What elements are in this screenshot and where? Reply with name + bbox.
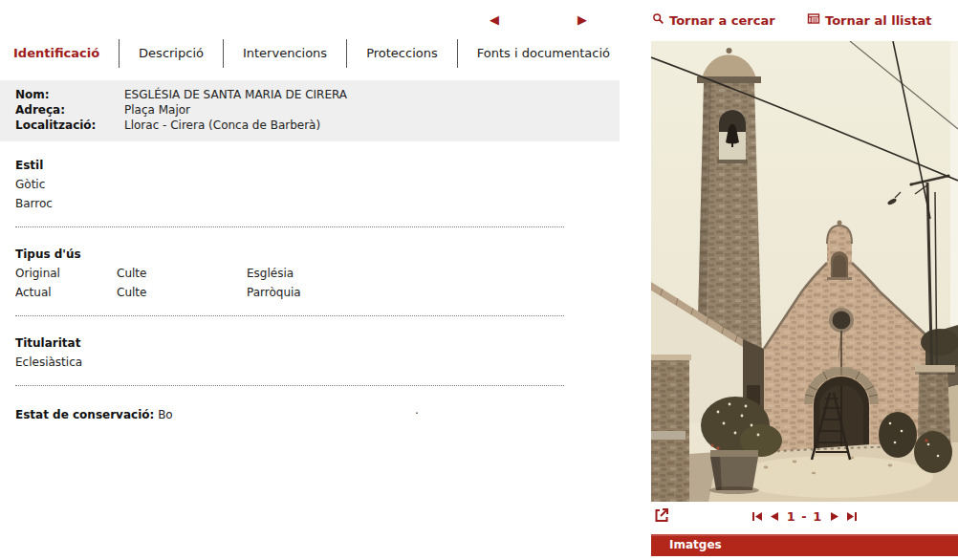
field-value: ESGLÉSIA DE SANTA MARIA DE CIRERA — [124, 87, 347, 102]
magnifier-icon — [652, 12, 664, 28]
dotted-divider — [15, 315, 564, 316]
field-value: Llorac - Cirera (Conca de Barberà) — [124, 118, 320, 133]
tipus-cell: Església — [247, 264, 294, 283]
field-label: Adreça: — [15, 102, 124, 118]
estil-item: Gòtic — [15, 175, 564, 194]
next-record-arrow-icon[interactable]: ▶ — [577, 12, 587, 27]
section-estat-conservacio: Estat de conservació: Bo · — [15, 405, 564, 424]
field-label: Localització: — [15, 118, 124, 133]
tipus-row: Actual Culte Parròquia — [15, 283, 564, 302]
estat-label: Estat de conservació: — [15, 408, 154, 421]
imatges-bar-title: Imatges — [669, 538, 722, 551]
section-title: Titularitat — [15, 334, 564, 353]
section-tipus-dus: Tipus d'ús Original Culte Església Actua… — [15, 245, 564, 302]
field-row-nom: Nom: ESGLÉSIA DE SANTA MARIA DE CIRERA — [15, 87, 620, 102]
section-title: Tipus d'ús — [15, 245, 564, 264]
tipus-cell: Culte — [117, 283, 247, 302]
image-count-label: 1 - 1 — [785, 509, 825, 524]
tipus-cell: Actual — [15, 283, 117, 302]
next-image-icon[interactable] — [830, 511, 840, 522]
stray-dot: · — [415, 407, 419, 420]
tab-intervencions[interactable]: Intervencions — [223, 39, 346, 68]
tab-fonts-documentacio[interactable]: Fonts i documentació — [457, 39, 629, 68]
field-row-adreca: Adreça: Plaça Major — [15, 102, 620, 118]
back-to-list-label: Tornar al llistat — [825, 13, 932, 28]
record-prev-next-nav: ◀ ▶ — [490, 12, 587, 27]
prev-record-arrow-icon[interactable]: ◀ — [490, 12, 499, 27]
estil-item: Barroc — [15, 194, 564, 213]
dotted-divider — [15, 226, 564, 227]
tab-identificacio[interactable]: Identificació — [0, 39, 119, 68]
record-header-band: Nom: ESGLÉSIA DE SANTA MARIA DE CIRERA A… — [0, 80, 620, 141]
section-title: Estil — [15, 156, 564, 175]
back-to-search-link[interactable]: Tornar a cercar — [652, 12, 775, 28]
estat-value: Bo — [158, 408, 173, 421]
record-tabs: Identificació Descripció Intervencions P… — [0, 39, 629, 68]
field-row-localitzacio: Localització: Llorac - Cirera (Conca de … — [15, 118, 620, 133]
imatges-section-bar[interactable]: Imatges — [651, 534, 958, 556]
prev-image-icon[interactable] — [769, 511, 779, 522]
section-estil: Estil Gòtic Barroc — [15, 156, 564, 213]
titularitat-item: Eclesiàstica — [15, 353, 564, 372]
tab-proteccions[interactable]: Proteccions — [346, 39, 457, 68]
heritage-record-page: { "colors": { "accent": "#9e1b1b", "imat… — [0, 0, 958, 560]
tab-descripcio[interactable]: Descripció — [119, 39, 223, 68]
tipus-cell: Culte — [117, 264, 247, 283]
last-image-icon[interactable] — [846, 511, 858, 522]
back-to-list-link[interactable]: Tornar al llistat — [807, 12, 932, 28]
image-pagination: 1 - 1 — [651, 507, 958, 525]
back-to-search-label: Tornar a cercar — [669, 13, 775, 28]
list-icon — [807, 12, 820, 28]
church-photo-illustration — [651, 41, 958, 502]
record-photo — [651, 41, 958, 502]
dotted-divider — [15, 385, 564, 386]
tipus-cell: Parròquia — [247, 283, 301, 302]
field-label: Nom: — [15, 87, 124, 102]
tipus-cell: Original — [15, 264, 117, 283]
section-titularitat: Titularitat Eclesiàstica — [15, 334, 564, 372]
first-image-icon[interactable] — [751, 511, 763, 522]
field-value: Plaça Major — [124, 102, 190, 118]
tipus-row: Original Culte Església — [15, 264, 564, 283]
